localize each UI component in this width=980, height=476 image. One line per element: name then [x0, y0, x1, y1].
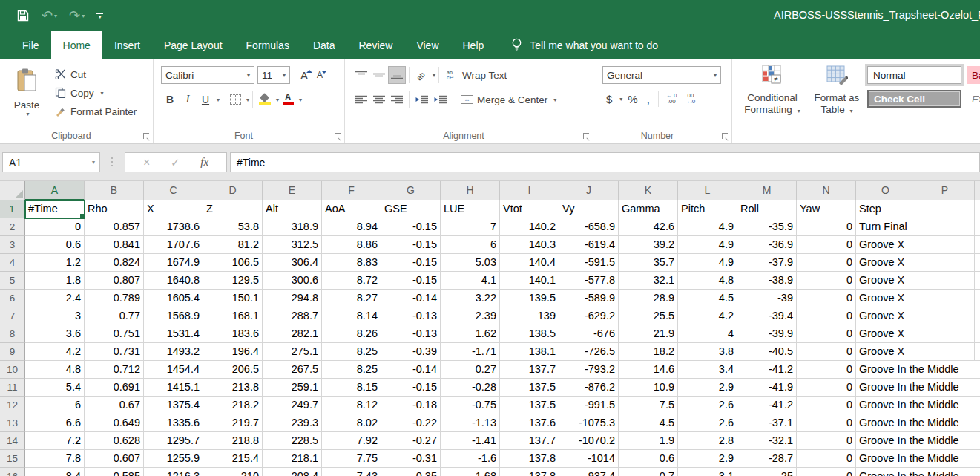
cell[interactable] — [975, 200, 980, 218]
cell[interactable]: 0 — [797, 236, 856, 254]
cell[interactable]: 1640.8 — [144, 272, 203, 290]
cell[interactable]: 267.5 — [263, 361, 322, 379]
cell[interactable]: -793.2 — [559, 361, 619, 379]
cell[interactable]: 137.8 — [500, 468, 559, 476]
cell[interactable]: 0.841 — [85, 236, 144, 254]
italic-button[interactable]: I — [179, 91, 197, 108]
cell[interactable]: 8.4 — [25, 468, 85, 476]
column-header[interactable] — [975, 181, 980, 200]
cell[interactable]: Alt — [263, 200, 322, 218]
grow-font-button[interactable]: A — [297, 69, 311, 82]
comma-style-button[interactable]: , — [643, 93, 654, 105]
cell[interactable]: 3.1 — [678, 468, 737, 476]
cell[interactable]: 137.7 — [500, 361, 559, 379]
cell[interactable]: 0 — [797, 254, 856, 272]
cell[interactable]: 28.9 — [619, 290, 678, 307]
tab-home[interactable]: Home — [51, 31, 102, 59]
cell[interactable]: X — [144, 200, 203, 218]
tab-insert[interactable]: Insert — [102, 31, 152, 59]
cell[interactable]: 8.02 — [322, 414, 381, 432]
cell[interactable]: 53.8 — [203, 218, 263, 236]
column-header[interactable]: G — [381, 181, 441, 200]
cell[interactable]: 3 — [25, 307, 85, 325]
cell[interactable]: 218.2 — [203, 397, 263, 414]
select-all-button[interactable] — [0, 181, 25, 200]
cell[interactable]: -0.15 — [381, 272, 441, 290]
cancel-icon[interactable]: × — [143, 156, 150, 169]
paste-button[interactable]: Paste ▾ — [7, 65, 46, 129]
cell[interactable]: 1493.2 — [144, 343, 203, 361]
cell[interactable] — [975, 272, 980, 290]
cell-style-check[interactable]: Check Cell — [867, 90, 961, 108]
copy-button[interactable]: Copy ▾ — [52, 84, 139, 102]
underline-button[interactable]: U — [197, 91, 214, 108]
column-header[interactable]: K — [619, 181, 678, 200]
cell[interactable]: Roll — [737, 200, 797, 218]
tab-help[interactable]: Help — [451, 31, 496, 59]
cell[interactable]: 2.8 — [678, 432, 737, 450]
cell[interactable]: 2.6 — [678, 397, 737, 414]
cell[interactable]: 8.15 — [322, 379, 381, 397]
cell[interactable]: 138.1 — [500, 343, 559, 361]
increase-decimal-button[interactable]: ←.0.00 — [663, 93, 680, 105]
cell[interactable]: 0.6 — [619, 450, 678, 468]
shrink-font-button[interactable]: A — [314, 70, 326, 80]
cell[interactable] — [915, 343, 975, 361]
tab-view[interactable]: View — [404, 31, 450, 59]
cell[interactable]: 0 — [797, 414, 856, 432]
font-dialog-launcher-icon[interactable] — [335, 133, 341, 139]
cell[interactable]: -676 — [559, 325, 619, 343]
cell[interactable]: 0.751 — [85, 325, 144, 343]
cell[interactable]: -0.22 — [381, 414, 441, 432]
cell[interactable]: 4.2 — [25, 343, 85, 361]
cell[interactable]: 0 — [797, 343, 856, 361]
cell[interactable]: 4.8 — [678, 272, 737, 290]
cell[interactable]: 0.789 — [85, 290, 144, 307]
cell-style-explanatory[interactable]: Ex — [967, 90, 980, 108]
cell[interactable] — [915, 290, 975, 307]
cell[interactable]: Groove In the Middle — [856, 379, 959, 397]
cell[interactable]: Step — [856, 200, 915, 218]
cell[interactable]: -1.6 — [441, 450, 500, 468]
cell[interactable] — [975, 325, 980, 343]
cell[interactable]: -0.27 — [381, 432, 441, 450]
column-header[interactable]: P — [915, 181, 975, 200]
cell[interactable]: -1075.3 — [559, 414, 619, 432]
cell[interactable]: -0.14 — [381, 290, 441, 307]
cell[interactable]: -591.5 — [559, 254, 619, 272]
cell[interactable]: 8.86 — [322, 236, 381, 254]
row-header[interactable]: 16 — [0, 468, 25, 476]
cell[interactable] — [915, 254, 975, 272]
cell[interactable]: Groove X — [856, 290, 915, 307]
cell[interactable]: -0.13 — [381, 307, 441, 325]
cell[interactable]: 4.5 — [619, 414, 678, 432]
cell[interactable]: 0.807 — [85, 272, 144, 290]
cell[interactable]: -39 — [737, 290, 797, 307]
bottom-align-button[interactable] — [388, 66, 406, 84]
top-align-button[interactable] — [352, 66, 370, 84]
cell[interactable]: 0.649 — [85, 414, 144, 432]
cell[interactable]: 2.6 — [678, 414, 737, 432]
cell[interactable]: -0.15 — [381, 379, 441, 397]
cell[interactable]: 21.9 — [619, 325, 678, 343]
cell[interactable]: 1216.3 — [144, 468, 203, 476]
cell[interactable]: Turn Final — [856, 218, 915, 236]
cell[interactable]: -28.7 — [737, 450, 797, 468]
cell[interactable]: 14.6 — [619, 361, 678, 379]
row-header[interactable]: 1 — [0, 200, 25, 218]
cell[interactable]: -619.4 — [559, 236, 619, 254]
column-header[interactable]: E — [263, 181, 322, 200]
cell[interactable]: Gamma — [619, 200, 678, 218]
cell[interactable]: -629.2 — [559, 307, 619, 325]
cell[interactable]: 0 — [797, 468, 856, 476]
cell[interactable]: 210 — [203, 468, 263, 476]
cell[interactable] — [959, 414, 980, 432]
cell[interactable]: AoA — [322, 200, 381, 218]
cell[interactable]: Groove In the Middle — [856, 414, 959, 432]
cell[interactable]: 3.22 — [441, 290, 500, 307]
cell[interactable]: Yaw — [797, 200, 856, 218]
tab-data[interactable]: Data — [301, 31, 347, 59]
cell[interactable]: 8.94 — [322, 218, 381, 236]
cell[interactable]: 213.8 — [203, 379, 263, 397]
cell[interactable]: -36.9 — [737, 236, 797, 254]
